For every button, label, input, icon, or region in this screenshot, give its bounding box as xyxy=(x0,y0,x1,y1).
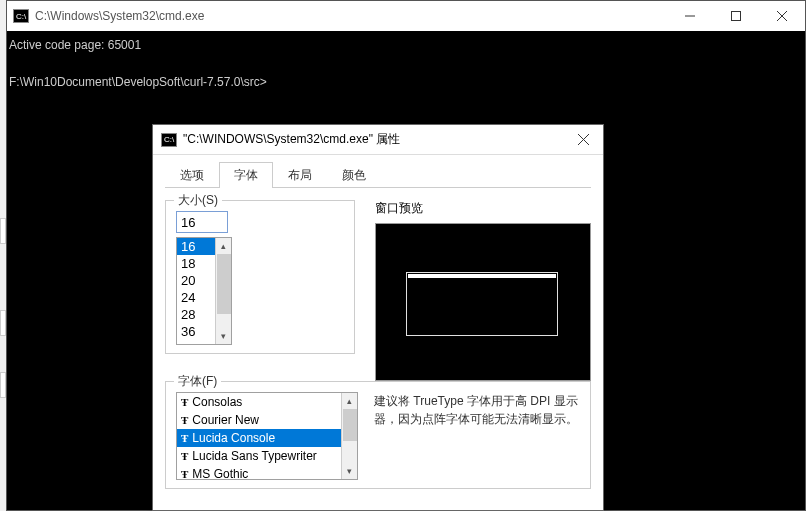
size-option[interactable]: 18 xyxy=(177,255,217,272)
minimize-button[interactable] xyxy=(667,1,713,31)
tab-content: 大小(S) 16 18 20 24 28 36 72 xyxy=(165,188,591,381)
tab-options[interactable]: 选项 xyxy=(165,162,219,188)
minimize-icon xyxy=(685,11,695,21)
size-scrollbar[interactable]: ▴ ▾ xyxy=(215,238,231,344)
cmd-icon: C:\ xyxy=(13,9,29,23)
window-controls xyxy=(667,1,805,31)
font-label: 字体(F) xyxy=(174,373,221,390)
console-output[interactable]: Active code page: 65001 F:\Win10Document… xyxy=(7,31,805,95)
preview-column: 窗口预览 xyxy=(375,200,591,381)
font-option[interactable]: ŦConsolas xyxy=(177,393,341,411)
truetype-icon: Ŧ xyxy=(181,396,188,408)
font-option[interactable]: ŦLucida Console xyxy=(177,429,341,447)
dialog-body: 选项 字体 布局 颜色 大小(S) 16 18 20 24 28 xyxy=(153,155,603,509)
maximize-button[interactable] xyxy=(713,1,759,31)
window-title: C:\Windows\System32\cmd.exe xyxy=(35,9,667,23)
font-option[interactable]: ŦMS Gothic xyxy=(177,465,341,480)
truetype-icon: Ŧ xyxy=(181,414,188,426)
truetype-icon: Ŧ xyxy=(181,450,188,462)
dialog-close-button[interactable] xyxy=(563,125,603,154)
console-line: Active code page: 65001 xyxy=(9,38,141,52)
truetype-icon: Ŧ xyxy=(181,468,188,480)
scroll-thumb[interactable] xyxy=(217,254,231,314)
dialog-titlebar[interactable]: C:\ "C:\WINDOWS\System32\cmd.exe" 属性 xyxy=(153,125,603,155)
scroll-thumb[interactable] xyxy=(343,409,357,441)
font-listbox[interactable]: ŦConsolas ŦCourier New ŦLucida Console Ŧ… xyxy=(176,392,358,480)
scroll-down-icon[interactable]: ▾ xyxy=(216,328,231,344)
close-icon xyxy=(777,11,787,21)
size-input[interactable] xyxy=(176,211,228,233)
close-icon xyxy=(578,134,589,145)
console-prompt: F:\Win10Document\DevelopSoft\curl-7.57.0… xyxy=(9,75,267,89)
font-hint-text: 建议将 TrueType 字体用于高 DPI 显示器，因为点阵字体可能无法清晰显… xyxy=(374,392,580,480)
size-option[interactable]: 24 xyxy=(177,289,217,306)
cmd-icon: C:\ xyxy=(161,133,177,147)
size-option[interactable]: 72 xyxy=(177,340,217,345)
scroll-up-icon[interactable]: ▴ xyxy=(342,393,357,409)
font-option[interactable]: ŦCourier New xyxy=(177,411,341,429)
size-option[interactable]: 28 xyxy=(177,306,217,323)
dialog-title: "C:\WINDOWS\System32\cmd.exe" 属性 xyxy=(183,131,563,148)
scroll-down-icon[interactable]: ▾ xyxy=(342,463,357,479)
properties-dialog: C:\ "C:\WINDOWS\System32\cmd.exe" 属性 选项 … xyxy=(152,124,604,511)
font-option[interactable]: ŦLucida Sans Typewriter xyxy=(177,447,341,465)
tab-colors[interactable]: 颜色 xyxy=(327,162,381,188)
size-option[interactable]: 20 xyxy=(177,272,217,289)
tab-layout[interactable]: 布局 xyxy=(273,162,327,188)
truetype-icon: Ŧ xyxy=(181,432,188,444)
tab-strip: 选项 字体 布局 颜色 xyxy=(165,161,591,188)
size-column: 大小(S) 16 18 20 24 28 36 72 xyxy=(165,200,355,381)
size-listbox[interactable]: 16 18 20 24 28 36 72 ▴ ▾ xyxy=(176,237,232,345)
preview-window-shape xyxy=(406,272,558,336)
preview-label: 窗口预览 xyxy=(375,200,591,217)
scroll-up-icon[interactable]: ▴ xyxy=(216,238,231,254)
size-option[interactable]: 16 xyxy=(177,238,217,255)
maximize-icon xyxy=(731,11,741,21)
titlebar[interactable]: C:\ C:\Windows\System32\cmd.exe xyxy=(7,1,805,31)
tab-font[interactable]: 字体 xyxy=(219,162,273,188)
size-label: 大小(S) xyxy=(174,192,222,209)
font-group: 字体(F) ŦConsolas ŦCourier New ŦLucida Con… xyxy=(165,381,591,489)
size-option[interactable]: 36 xyxy=(177,323,217,340)
window-preview xyxy=(375,223,591,381)
close-button[interactable] xyxy=(759,1,805,31)
font-scrollbar[interactable]: ▴ ▾ xyxy=(341,393,357,479)
svg-rect-1 xyxy=(732,12,741,21)
size-group: 大小(S) 16 18 20 24 28 36 72 xyxy=(165,200,355,354)
